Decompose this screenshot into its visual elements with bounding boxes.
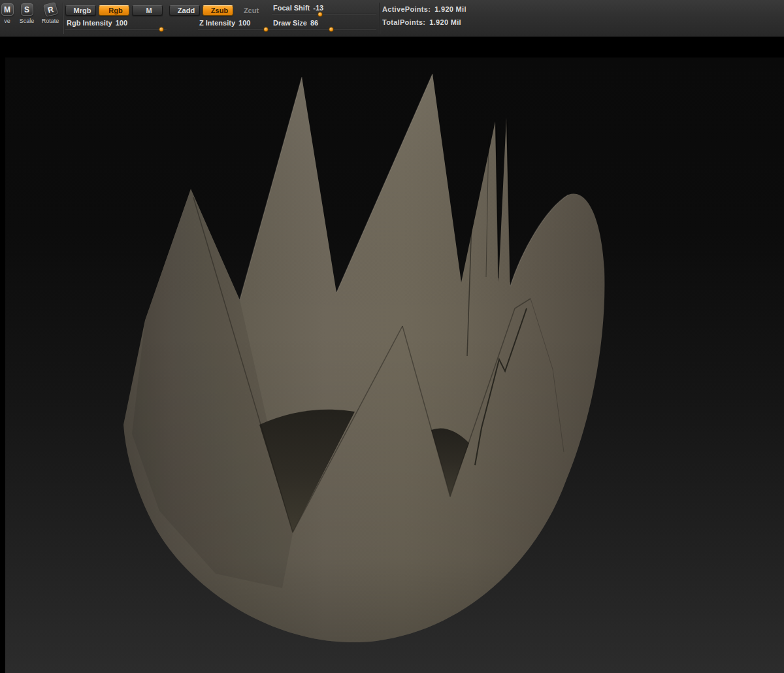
- zcut-button[interactable]: Zcut: [236, 5, 263, 16]
- mrgb-button[interactable]: Mrgb: [65, 5, 96, 16]
- tool-rotate-label: Rotate: [41, 18, 60, 24]
- rgb-button[interactable]: Rgb: [99, 5, 129, 16]
- m-button[interactable]: M: [132, 5, 163, 16]
- tool-move[interactable]: M ve: [0, 3, 17, 24]
- z-intensity-value: 100: [238, 19, 250, 27]
- document-canvas[interactable]: [5, 57, 784, 673]
- document-void: [0, 37, 784, 673]
- active-points-label: ActivePoints:: [382, 5, 431, 13]
- zsub-button[interactable]: Zsub: [203, 5, 233, 16]
- zadd-button[interactable]: Zadd: [169, 5, 200, 16]
- focal-shift-value: -13: [313, 4, 323, 12]
- crown-mesh[interactable]: [123, 74, 604, 642]
- rotate-icon[interactable]: R: [42, 2, 57, 17]
- rgb-intensity-value: 100: [116, 19, 127, 27]
- toolbar-divider: [379, 3, 380, 34]
- active-points-value: 1.920 Mil: [434, 5, 466, 13]
- z-intensity-thumb[interactable]: [263, 27, 269, 32]
- rgb-intensity-slider[interactable]: Rgb Intensity100: [65, 19, 167, 32]
- rgb-intensity-label: Rgb Intensity: [67, 19, 112, 27]
- draw-size-label: Draw Size: [273, 19, 307, 27]
- tool-move-label: ve: [0, 18, 17, 24]
- total-points-value: 1.920 Mil: [429, 18, 461, 26]
- tool-scale[interactable]: S Scale: [17, 3, 37, 24]
- z-intensity-label: Z Intensity: [199, 19, 235, 27]
- active-points-readout: ActivePoints:1.920 Mil: [382, 5, 466, 13]
- tool-scale-label: Scale: [17, 18, 37, 24]
- focal-shift-slider[interactable]: Focal Shift-13: [272, 4, 376, 17]
- total-points-readout: TotalPoints:1.920 Mil: [382, 18, 461, 26]
- draw-size-track[interactable]: [272, 29, 376, 30]
- z-intensity-track[interactable]: [198, 29, 272, 30]
- total-points-label: TotalPoints:: [382, 18, 425, 26]
- scale-icon[interactable]: S: [21, 3, 33, 16]
- focal-shift-thumb[interactable]: [318, 12, 323, 17]
- tool-rotate[interactable]: R Rotate: [41, 3, 60, 24]
- move-icon[interactable]: M: [1, 3, 14, 16]
- toolbar-divider: [63, 3, 63, 34]
- focal-shift-track[interactable]: [272, 14, 376, 15]
- draw-size-value: 86: [310, 19, 318, 27]
- top-shelf: M ve S Scale R Rotate Mrgb Rgb M Zadd Zs…: [0, 0, 784, 37]
- rgb-intensity-thumb[interactable]: [159, 27, 164, 32]
- focal-shift-label: Focal Shift: [273, 4, 310, 12]
- draw-size-slider[interactable]: Draw Size86: [272, 19, 376, 32]
- z-intensity-slider[interactable]: Z Intensity100: [198, 19, 272, 32]
- viewport-3d[interactable]: [5, 57, 784, 673]
- draw-size-thumb[interactable]: [329, 27, 334, 32]
- rgb-intensity-track[interactable]: [65, 29, 167, 30]
